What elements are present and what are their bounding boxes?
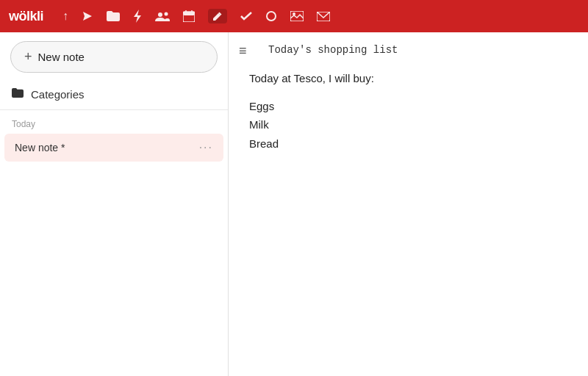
- note-item-menu-button[interactable]: ···: [199, 141, 213, 154]
- new-note-button[interactable]: + New note: [10, 41, 218, 73]
- categories-label: Categories: [31, 88, 85, 101]
- contacts-icon[interactable]: [155, 11, 170, 21]
- section-today-label: Today: [0, 116, 228, 134]
- send-icon[interactable]: [82, 10, 93, 22]
- circle-icon[interactable]: [265, 10, 277, 22]
- categories-folder-icon: [12, 87, 24, 101]
- categories-row[interactable]: Categories: [0, 82, 228, 109]
- note-list-item-milk: Milk: [249, 115, 570, 134]
- navbar: wölkli ↑: [0, 0, 588, 32]
- note-body: Today at Tesco, I will buy: Eggs Milk Br…: [246, 69, 570, 153]
- main-layout: + New note Categories Today New note * ·…: [0, 32, 588, 376]
- mail-icon[interactable]: [317, 12, 330, 21]
- folder-icon[interactable]: [107, 11, 120, 21]
- upload-icon[interactable]: ↑: [62, 10, 68, 23]
- new-note-label: New note: [38, 51, 85, 63]
- calendar-icon[interactable]: [183, 10, 195, 22]
- check-icon[interactable]: [240, 12, 252, 21]
- sidebar: + New note Categories Today New note * ·…: [0, 32, 229, 376]
- note-list-item-eggs: Eggs: [249, 97, 570, 116]
- note-item-title: New note *: [15, 142, 65, 153]
- bolt-icon[interactable]: [133, 10, 142, 23]
- note-content: ≡ Today's shopping list Today at Tesco, …: [229, 32, 588, 376]
- image-icon[interactable]: [290, 11, 304, 21]
- svg-point-1: [165, 12, 168, 16]
- svg-rect-3: [183, 12, 195, 15]
- plus-icon: +: [24, 49, 32, 65]
- app-logo: wölkli: [9, 9, 43, 24]
- svg-point-6: [267, 12, 276, 21]
- note-item[interactable]: New note * ···: [4, 134, 223, 162]
- content-menu-icon[interactable]: ≡: [239, 44, 247, 57]
- note-title: Today's shopping list: [246, 44, 570, 56]
- sidebar-divider: [0, 109, 228, 110]
- note-list-item-bread: Bread: [249, 134, 570, 153]
- svg-point-0: [158, 12, 162, 17]
- note-intro: Today at Tesco, I will buy:: [249, 69, 570, 88]
- pencil-icon[interactable]: [208, 9, 227, 24]
